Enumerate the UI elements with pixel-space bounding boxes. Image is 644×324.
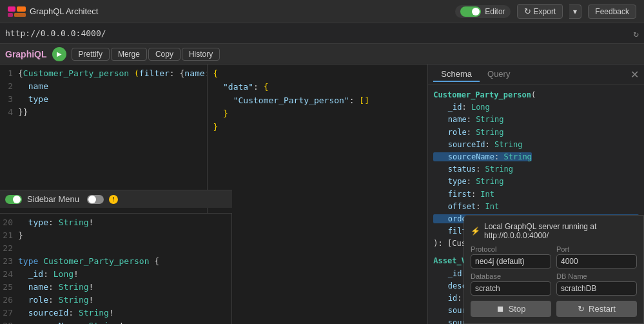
code-line: 27 sourceId: String! bbox=[0, 307, 231, 319]
result-line: "data": { bbox=[213, 81, 422, 94]
notification-badge: ! bbox=[109, 195, 118, 204]
server-title: ⚡ Local GraphQL server running at http:/… bbox=[471, 222, 637, 240]
top-bar: GraphQL Architect Editor ↻ Export ▾ Feed… bbox=[0, 0, 644, 23]
server-panel: ⚡ Local GraphQL server running at http:/… bbox=[463, 215, 644, 324]
close-schema-button[interactable]: ✕ bbox=[630, 68, 639, 81]
stop-button[interactable]: ⏹ Stop bbox=[471, 301, 551, 317]
sidebar-menu-label: Sidebar Menu bbox=[27, 194, 79, 204]
result-line: } bbox=[213, 121, 422, 134]
port-col: Port bbox=[556, 245, 637, 268]
schema-field: name: String bbox=[433, 114, 639, 126]
restart-icon: ↻ bbox=[578, 304, 585, 314]
result-panel[interactable]: { "data": { "Customer_Party_person": [] … bbox=[208, 65, 428, 324]
export-button[interactable]: ↻ Export bbox=[517, 4, 563, 19]
code-line: 3 type bbox=[0, 93, 207, 106]
app-logo-icon bbox=[8, 5, 26, 18]
code-line: 21 } bbox=[0, 229, 231, 242]
database-label: Database bbox=[471, 272, 551, 280]
feedback-button[interactable]: Feedback bbox=[588, 5, 636, 19]
graphiql-title: GraphiQL bbox=[5, 49, 47, 59]
run-button[interactable]: ▶ bbox=[52, 47, 66, 61]
protocol-label: Protocol bbox=[471, 245, 551, 253]
editor-toggle-switch[interactable] bbox=[460, 6, 481, 17]
code-line: 26 role: String! bbox=[0, 294, 231, 307]
merge-button[interactable]: Merge bbox=[111, 48, 147, 61]
scratch-row: Database DB Name bbox=[471, 272, 637, 296]
svg-rect-3 bbox=[14, 13, 26, 17]
protocol-select[interactable]: neo4j (default) bbox=[471, 254, 551, 268]
schema-tab[interactable]: Schema bbox=[433, 67, 480, 82]
graphiql-header: GraphiQL ▶ Prettify Merge Copy History bbox=[0, 44, 644, 65]
code-line: 4 }} bbox=[0, 106, 207, 119]
schema-field: status: String bbox=[433, 163, 639, 176]
port-label: Port bbox=[556, 245, 637, 253]
schema-field: first: Int bbox=[433, 188, 639, 201]
svg-rect-1 bbox=[17, 6, 26, 12]
history-button[interactable]: History bbox=[182, 48, 220, 61]
code-line: 2 name bbox=[0, 80, 207, 93]
url-input[interactable] bbox=[5, 28, 631, 38]
port-input[interactable] bbox=[556, 254, 637, 268]
url-bar: ↻ bbox=[0, 23, 644, 44]
dbname-input[interactable] bbox=[556, 281, 637, 296]
sidebar-toggle-2[interactable] bbox=[87, 195, 104, 204]
app-title: GraphQL Architect bbox=[30, 6, 98, 16]
refresh-icon: ↻ bbox=[524, 6, 531, 16]
sidebar-menu-bar: Sidebar Menu ! bbox=[0, 190, 232, 208]
protocol-col: Protocol neo4j (default) bbox=[471, 245, 551, 268]
sidebar-toggle[interactable] bbox=[5, 195, 22, 204]
restart-button[interactable]: ↻ Restart bbox=[556, 301, 637, 317]
code-line: 28 sourceName: String! bbox=[0, 319, 231, 324]
editor-label: Editor bbox=[485, 7, 505, 16]
stop-icon: ⏹ bbox=[496, 304, 505, 314]
dbname-col: DB Name bbox=[556, 272, 637, 296]
code-line: 20 type: String! bbox=[0, 216, 231, 229]
database-col: Database bbox=[471, 272, 551, 296]
result-line: "Customer_Party_person": [] bbox=[213, 94, 422, 108]
svg-rect-2 bbox=[8, 13, 13, 17]
left-bottom-code[interactable]: 20 type: String! 21 } 22 23 type Custome… bbox=[0, 213, 232, 324]
database-input[interactable] bbox=[471, 281, 551, 296]
prettify-button[interactable]: Prettify bbox=[72, 48, 110, 61]
result-line: } bbox=[213, 107, 422, 121]
code-line: 23 type Customer_Party_person { bbox=[0, 255, 231, 268]
schema-field: offset: Int bbox=[433, 201, 639, 213]
svg-rect-0 bbox=[8, 6, 15, 12]
editor-toggle[interactable]: Editor bbox=[455, 5, 510, 18]
schema-field: _id: Long bbox=[433, 101, 639, 114]
server-btn-row: ⏹ Stop ↻ Restart bbox=[471, 301, 637, 317]
protocol-port-row: Protocol neo4j (default) Port bbox=[471, 245, 637, 268]
server-icon: ⚡ bbox=[471, 227, 480, 236]
schema-field: type: String bbox=[433, 176, 639, 188]
schema-field: sourceId: String bbox=[433, 139, 639, 151]
dbname-label: DB Name bbox=[556, 272, 637, 280]
copy-button[interactable]: Copy bbox=[148, 48, 181, 61]
code-line: 24 _id: Long! bbox=[0, 268, 231, 281]
schema-type: Customer_Party_person( bbox=[433, 89, 639, 101]
code-line: 1 {Customer_Party_person (filter: {name:… bbox=[0, 67, 207, 80]
logo-area: GraphQL Architect bbox=[8, 5, 98, 18]
code-line: 22 bbox=[0, 242, 231, 255]
url-refresh-icon[interactable]: ↻ bbox=[634, 28, 639, 39]
schema-header: Schema Query ✕ bbox=[428, 65, 644, 85]
code-line: 25 name: String! bbox=[0, 281, 231, 294]
result-line: { bbox=[213, 67, 422, 81]
schema-field: role: String bbox=[433, 127, 639, 139]
schema-field: sourceName: String bbox=[433, 151, 639, 163]
export-split-button[interactable]: ▾ bbox=[569, 5, 581, 19]
query-tab[interactable]: Query bbox=[480, 67, 518, 82]
